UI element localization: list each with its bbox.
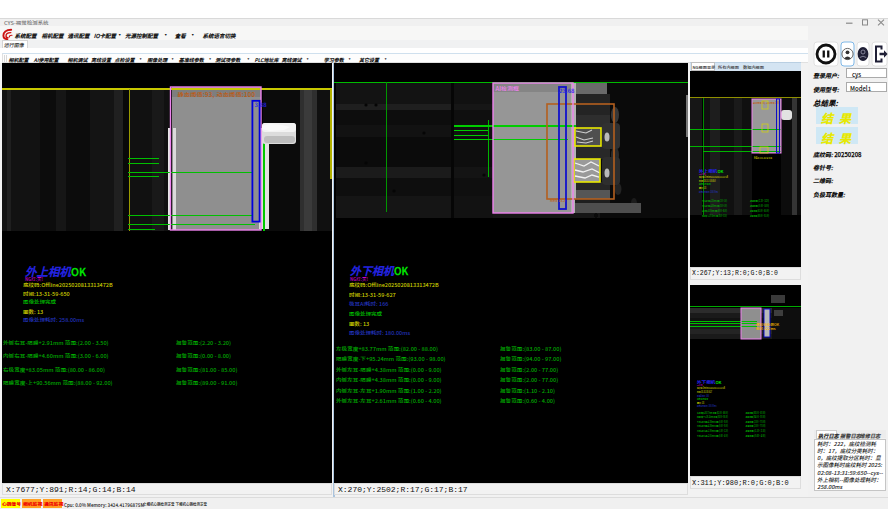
svg-text:内侧左耳-隔膜+4.38mm 范围:(0.00 - 9.00: 内侧左耳-隔膜+4.38mm 范围:(0.00 - 9.00) [336,376,442,384]
svg-text:报警范围:(1.10 - 2.10): 报警范围:(1.10 - 2.10) [500,387,555,395]
svg-text:报警范围:(0.00 - 8.00): 报警范围:(0.00 - 8.00) [750,204,769,208]
svg-text:报警范围:(1.10 - 2.10): 报警范围:(1.10 - 2.10) [746,429,766,433]
svg-text:外侧左耳-隔膜+4.38mm 范围:(0.00 - 9.00: 外侧左耳-隔膜+4.38mm 范围:(0.00 - 9.00) [336,366,442,374]
svg-text:圈数: 13: 圈数: 13 [349,320,369,328]
svg-text:报警范围:(81.00 - 85.00): 报警范围:(81.00 - 85.00) [176,366,237,374]
svg-text:静态阈值:93, 动态阈值:100: 静态阈值:93, 动态阈值:100 [753,101,779,105]
svg-text:报警范围:(0.60 - 4.00): 报警范围:(0.60 - 4.00) [500,397,555,405]
svg-text:3.88: 3.88 [255,100,268,109]
svg-text:内侧右耳-隔膜+4.60mm 范围:(3.00 - 6.00: 内侧右耳-隔膜+4.60mm 范围:(3.00 - 6.00) [3,352,109,360]
svg-text:MES 13.2: MES 13.2 [550,198,565,203]
svg-text:图像处理耗时: 180.00ms: 图像处理耗时: 180.00ms [697,404,717,408]
svg-text:报警范围:(2.00 - 77.00): 报警范围:(2.00 - 77.00) [746,420,766,424]
svg-text:报警范围:(2.00 - 77.00): 报警范围:(2.00 - 77.00) [500,366,558,374]
svg-text:报警范围:(94.00 - 97.00): 报警范围:(94.00 - 97.00) [500,355,561,363]
svg-text:底纹码:Offline2025020813313472B: 底纹码:Offline2025020813313472B [349,281,439,289]
svg-text:圈数: 13: 圈数: 13 [23,308,43,316]
svg-text:图像处理完成: 图像处理完成 [349,310,383,318]
svg-text:时间:13-31-59-650: 时间:13-31-59-650 [23,290,70,298]
svg-text:报警范围:(2.00 - 77.00): 报警范围:(2.00 - 77.00) [500,376,558,384]
svg-text:静态阈值:93, 动态阈值:100: 静态阈值:93, 动态阈值:100 [178,90,256,99]
svg-text:隔膜宽度-上+90.56mm 范围:(88.00 - 92.: 隔膜宽度-上+90.56mm 范围:(88.00 - 92.00) [3,379,113,387]
svg-text:内侧右耳-隔膜+4.60mm 范围:(3.00 - 6.00: 内侧右耳-隔膜+4.60mm 范围:(3.00 - 6.00) [702,204,727,208]
svg-text:报警范围:(81.00 - 85.00): 报警范围:(81.00 - 85.00) [750,209,769,213]
svg-text:时间:13-31-59-627: 时间:13-31-59-627 [349,291,396,299]
svg-text:底纹码:Offline2025020813313472B: 底纹码:Offline2025020813313472B [23,281,113,289]
svg-text:内侧左耳-左耳+1.90mm 范围:(1.00 - 2.20: 内侧左耳-左耳+1.90mm 范围:(1.00 - 2.20) [336,387,442,395]
svg-text:报警范围:(2.20 - 3.20): 报警范围:(2.20 - 3.20) [750,199,769,203]
svg-text:隔膜宽度-下+95.24mm 范围:(93.00 - 98.: 隔膜宽度-下+95.24mm 范围:(93.00 - 98.00) [697,415,728,419]
svg-text:图像处理完成: 图像处理完成 [23,298,57,306]
svg-text:极耳AI耗时: 166: 极耳AI耗时: 166 [349,300,388,308]
svg-text:报警范围:(83.00 - 87.00): 报警范围:(83.00 - 87.00) [746,411,766,415]
svg-text:内侧左耳-隔膜+4.38mm 范围:(0.00 - 9.00: 内侧左耳-隔膜+4.38mm 范围:(0.00 - 9.00) [697,424,728,428]
svg-text:报警范围:(2.00 - 77.00): 报警范围:(2.00 - 77.00) [746,424,766,428]
svg-text:外侧左耳-左耳+2.61mm 范围:(0.60 - 4.00: 外侧左耳-左耳+2.61mm 范围:(0.60 - 4.00) [697,434,728,438]
svg-text:耗时:222ms: 耗时:222ms [756,326,776,331]
svg-text:报警范围:(83.00 - 87.00): 报警范围:(83.00 - 87.00) [500,345,561,353]
svg-text:左极宽度+83.77mm 范围:(82.00 - 88.00: 左极宽度+83.77mm 范围:(82.00 - 88.00) [696,411,728,415]
svg-text:图像处理耗时: 180.00ms: 图像处理耗时: 180.00ms [349,329,410,337]
svg-text:外侧右耳-隔膜+2.91mm 范围:(2.00 - 3.50: 外侧右耳-隔膜+2.91mm 范围:(2.00 - 3.50) [702,199,727,203]
svg-text:图像处理耗时: 258.00ms: 图像处理耗时: 258.00ms [699,190,719,194]
svg-text:隔膜宽度-下+95.24mm 范围:(93.00 - 98.: 隔膜宽度-下+95.24mm 范围:(93.00 - 98.00) [336,355,446,363]
svg-text:23.68: 23.68 [559,86,575,95]
svg-text:右极宽度+83.05mm 范围:(80.00 - 86.00: 右极宽度+83.05mm 范围:(80.00 - 86.00) [702,209,727,213]
svg-text:左极宽度+83.77mm 范围:(82.00 - 88.00: 左极宽度+83.77mm 范围:(82.00 - 88.00) [336,345,438,353]
svg-text:报警范围:(0.60 - 4.00): 报警范围:(0.60 - 4.00) [746,434,766,438]
svg-text:内侧左耳-左耳+1.90mm 范围:(1.00 - 2.20: 内侧左耳-左耳+1.90mm 范围:(1.00 - 2.20) [697,429,728,433]
svg-text:右极宽度+83.05mm 范围:(80.00 - 86.00: 右极宽度+83.05mm 范围:(80.00 - 86.00) [3,366,105,374]
svg-text:报警范围:(2.20 - 3.20): 报警范围:(2.20 - 3.20) [176,339,231,347]
svg-text:EA3:41.8 u:38: EA3:41.8 u:38 [754,156,772,160]
svg-text:报警范围:(0.00 - 8.00): 报警范围:(0.00 - 8.00) [176,352,231,360]
svg-text:外侧左耳-隔膜+4.38mm 范围:(0.00 - 9.00: 外侧左耳-隔膜+4.38mm 范围:(0.00 - 9.00) [697,420,728,424]
svg-text:报警范围:(94.00 - 97.00): 报警范围:(94.00 - 97.00) [746,415,766,419]
svg-text:外侧左耳-左耳+2.61mm 范围:(0.60 - 4.00: 外侧左耳-左耳+2.61mm 范围:(0.60 - 4.00) [336,397,442,405]
svg-text:报警范围:(89.00 - 91.00): 报警范围:(89.00 - 91.00) [750,214,769,218]
svg-text:AI检测框: AI检测框 [496,84,520,93]
svg-text:隔膜宽度-上+90.56mm 范围:(88.00 - 92.: 隔膜宽度-上+90.56mm 范围:(88.00 - 92.00) [702,214,727,218]
svg-text:图像处理耗时: 258.00ms: 图像处理耗时: 258.00ms [23,316,84,324]
svg-text:报警范围:(89.00 - 91.00): 报警范围:(89.00 - 91.00) [176,379,237,387]
svg-text:外侧右耳-隔膜+2.91mm 范围:(2.00 - 3.50: 外侧右耳-隔膜+2.91mm 范围:(2.00 - 3.50) [3,339,109,347]
